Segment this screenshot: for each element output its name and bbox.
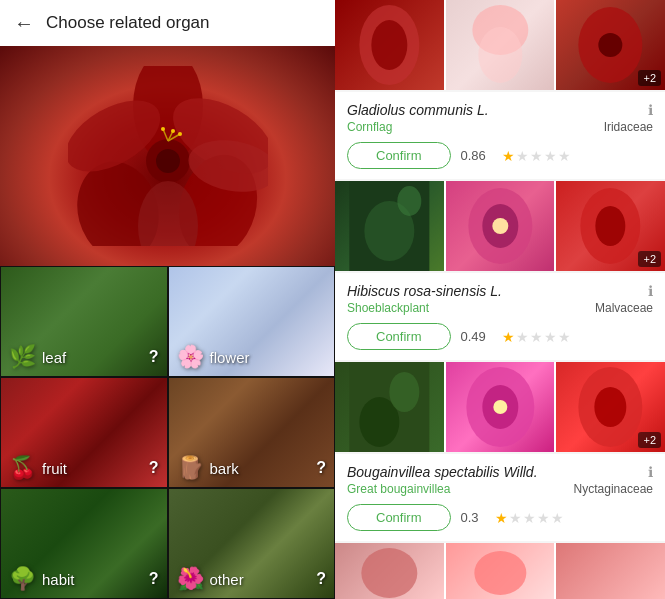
result-1-thumbs: +2 (335, 0, 665, 90)
star-1-5: ★ (558, 148, 571, 164)
result-1-sci-name: Gladiolus communis L. (347, 102, 489, 118)
leaf-question: ? (149, 348, 159, 366)
star-3-4: ★ (537, 510, 550, 526)
result-2-info-icon[interactable]: ℹ (648, 283, 653, 299)
organ-cell-habit[interactable]: 🌳 habit ? (0, 488, 168, 599)
page-title: Choose related organ (46, 13, 210, 33)
thumb-1-3: +2 (556, 0, 665, 90)
svg-point-12 (178, 132, 182, 136)
svg-point-18 (478, 27, 522, 83)
svg-point-10 (171, 129, 175, 133)
flower-overlay: 🌸 flower (169, 338, 335, 376)
fruit-label: fruit (42, 460, 67, 477)
organ-cell-flower[interactable]: 🌸 flower (168, 266, 336, 377)
bark-question: ? (316, 459, 326, 477)
svg-point-6 (156, 149, 180, 173)
thumb-2-badge: +2 (638, 251, 661, 267)
result-card-1: Gladiolus communis L. ℹ Cornflag Iridace… (335, 92, 665, 179)
svg-point-16 (371, 20, 407, 70)
back-button[interactable]: ← (14, 12, 34, 35)
result-1-family: Iridaceae (604, 120, 653, 134)
star-2-4: ★ (544, 329, 557, 345)
bark-label: bark (210, 460, 239, 477)
organ-cell-other[interactable]: 🌺 other ? (168, 488, 336, 599)
thumb-3-2 (446, 362, 555, 452)
thumb-3-badge: +2 (638, 432, 661, 448)
svg-point-26 (492, 218, 508, 234)
result-4-thumbs (335, 543, 665, 599)
header: ← Choose related organ (0, 0, 335, 46)
flower-image (0, 46, 335, 266)
result-card-2: Hibiscus rosa-sinensis L. ℹ Shoeblackpla… (335, 273, 665, 360)
thumb-2-1 (335, 181, 444, 271)
habit-icon: 🌳 (9, 566, 36, 592)
result-2-score: 0.49 (461, 329, 486, 344)
star-2-2: ★ (516, 329, 529, 345)
bark-icon: 🪵 (177, 455, 204, 481)
fruit-question: ? (149, 459, 159, 477)
organ-cell-fruit[interactable]: 🍒 fruit ? (0, 377, 168, 488)
fruit-overlay: 🍒 fruit ? (1, 449, 167, 487)
flower-icon: 🌸 (177, 344, 204, 370)
thumb-1-1 (335, 0, 444, 90)
svg-point-31 (389, 372, 419, 412)
star-3-2: ★ (509, 510, 522, 526)
organ-cell-leaf[interactable]: 🌿 leaf ? (0, 266, 168, 377)
star-1-1: ★ (502, 148, 515, 164)
result-1-confirm-button[interactable]: Confirm (347, 142, 451, 169)
leaf-icon: 🌿 (9, 344, 36, 370)
thumb-2-2 (446, 181, 555, 271)
other-label: other (210, 571, 244, 588)
thumb-4-3 (556, 543, 665, 599)
result-2-common-name: Shoeblackplant (347, 301, 429, 315)
star-3-5: ★ (551, 510, 564, 526)
result-1-score: 0.86 (461, 148, 486, 163)
thumb-2-3: +2 (556, 181, 665, 271)
result-1-info-icon[interactable]: ℹ (648, 102, 653, 118)
flower-illustration (68, 66, 268, 246)
result-3-family: Nyctaginaceae (574, 482, 653, 496)
habit-question: ? (149, 570, 159, 588)
result-3-common-name: Great bougainvillea (347, 482, 450, 496)
result-card-3: Bougainvillea spectabilis Willd. ℹ Great… (335, 454, 665, 541)
leaf-label: leaf (42, 349, 66, 366)
star-2-1: ★ (502, 329, 515, 345)
thumb-1-badge: +2 (638, 70, 661, 86)
result-3-score: 0.3 (461, 510, 479, 525)
result-3-thumbs: +2 (335, 362, 665, 452)
result-2-confirm-button[interactable]: Confirm (347, 323, 451, 350)
svg-point-38 (474, 551, 526, 595)
left-panel: ← Choose related organ (0, 0, 335, 599)
organ-cell-bark[interactable]: 🪵 bark ? (168, 377, 336, 488)
svg-point-23 (397, 186, 421, 216)
leaf-overlay: 🌿 leaf ? (1, 338, 167, 376)
star-2-5: ★ (558, 329, 571, 345)
other-icon: 🌺 (177, 566, 204, 592)
result-1-stars: ★ ★ ★ ★ ★ (502, 148, 571, 164)
result-3-confirm-button[interactable]: Confirm (347, 504, 451, 531)
star-1-3: ★ (530, 148, 543, 164)
habit-label: habit (42, 571, 75, 588)
fruit-icon: 🍒 (9, 455, 36, 481)
svg-point-28 (596, 206, 626, 246)
thumb-4-1 (335, 543, 444, 599)
svg-point-36 (595, 387, 627, 427)
result-2-family: Malvaceae (595, 301, 653, 315)
result-2-sci-name: Hibiscus rosa-sinensis L. (347, 283, 502, 299)
thumb-4-2 (446, 543, 555, 599)
flower-label: flower (210, 349, 250, 366)
thumb-1-2 (446, 0, 555, 90)
bark-overlay: 🪵 bark ? (169, 449, 335, 487)
svg-point-34 (493, 400, 507, 414)
thumb-3-3: +2 (556, 362, 665, 452)
result-1-common-name: Cornflag (347, 120, 392, 134)
result-3-info-icon[interactable]: ℹ (648, 464, 653, 480)
result-2-stars: ★ ★ ★ ★ ★ (502, 329, 571, 345)
other-question: ? (316, 570, 326, 588)
result-3-stars: ★ ★ ★ ★ ★ (495, 510, 564, 526)
svg-point-37 (361, 548, 417, 598)
star-1-2: ★ (516, 148, 529, 164)
star-3-1: ★ (495, 510, 508, 526)
star-2-3: ★ (530, 329, 543, 345)
thumb-3-1 (335, 362, 444, 452)
